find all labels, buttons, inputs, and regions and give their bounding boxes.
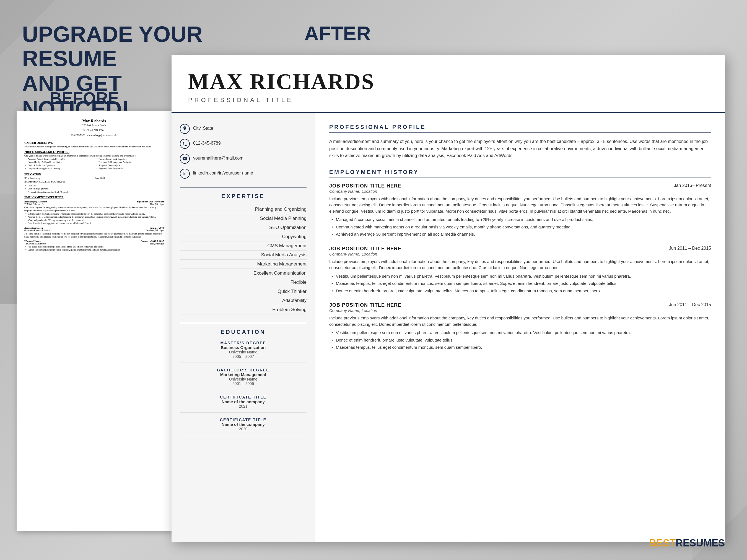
contact-linkedin-text: linkedin.com/in/youruser name xyxy=(193,169,253,176)
edu-years-4: 2020 xyxy=(180,427,307,431)
resume-header: MAX RICHARDS PROFESSIONAL TITLE xyxy=(172,55,725,113)
job-entry-3: JOB POSITION TITLE HERE Jun 2011 – Dec 2… xyxy=(329,302,711,351)
contact-location-text: City, State xyxy=(193,124,213,131)
job3-bullet-2: Donec et enim hendrerit, ornare justo vu… xyxy=(329,337,711,344)
expertise-item-12: Problem Solving xyxy=(180,305,307,314)
job3-bullet-1: Vestibulum pellentesque sem non mi variu… xyxy=(329,330,711,336)
job2-title: JOB POSITION TITLE HERE xyxy=(329,246,402,252)
job1-company: Company Name, Location xyxy=(329,189,711,193)
job1-dates: Jan 2016– Present xyxy=(674,183,711,188)
edu-degree-1: MASTER'S DEGREE xyxy=(180,341,307,345)
before-job1-dates: September 2008 to Present xyxy=(137,200,164,203)
after-label: AFTER xyxy=(304,22,371,45)
before-job2-company: Graystone Financial Services xyxy=(24,229,51,232)
before-job3-location: Flint, Michigan xyxy=(48,242,164,245)
before-address1: 226 Park Avenue South xyxy=(24,124,164,127)
edu-entry-1: MASTER'S DEGREE Business Organization Un… xyxy=(180,341,307,363)
before-skills-col1: Accounts Payable & Accounts Receivable G… xyxy=(24,158,93,170)
job2-bullet-3: Donec et enim hendrerit, ornare justo vu… xyxy=(329,288,711,294)
before-edu-row: BS – Accounting RASMUSSEN COLLEGE- St. C… xyxy=(24,177,164,184)
job-entry-1: JOB POSITION TITLE HERE Jan 2016– Presen… xyxy=(329,183,711,238)
resume-body: City, State 012-345-6789 youremailhere@m… xyxy=(172,113,725,542)
expertise-section-title: EXPERTISE xyxy=(180,187,307,199)
job2-bullet-2: Maecenas tempus, tellus eget condimentum… xyxy=(329,281,711,287)
before-job1-bullet3: Wrote and produced a 200-page accounting… xyxy=(24,219,164,222)
job-entry-2: JOB POSITION TITLE HERE Jun 2011 – Dec 2… xyxy=(329,246,711,294)
employment-section-title: EMPLOYMENT HISTORY xyxy=(329,169,711,178)
edu-field-4: Name of the company xyxy=(180,422,307,427)
before-job1-header: Bookkeeping Assistant September 2008 to … xyxy=(24,200,164,203)
edu-degree-4: CERTIFICATE TITLE xyxy=(180,418,307,422)
before-skills-text: One year of related work experience plus… xyxy=(24,154,164,157)
job3-header: JOB POSITION TITLE HERE Jun 2011 – Dec 2… xyxy=(329,302,711,308)
edu-entry-2: BACHELOR'S DEGREE Marketing Management U… xyxy=(180,368,307,390)
profile-text: A mini-advertisement and summary of you,… xyxy=(329,138,711,159)
expertise-item-1: Planning and Organizing xyxy=(180,205,307,214)
expertise-list: Planning and Organizing Social Media Pla… xyxy=(180,205,307,314)
before-edu-school: RASMUSSEN COLLEGE- St. Cloud, MN xyxy=(24,180,93,183)
contact-location: City, State xyxy=(180,124,307,134)
job1-bullet-1: Managed 5 company social media channels … xyxy=(329,216,711,223)
before-skill-4: Corporate Banking & Asset Leasing xyxy=(24,167,93,170)
expertise-item-2: Social Media Planning xyxy=(180,214,307,223)
contact-phone-text: 012-345-6789 xyxy=(193,139,221,146)
before-employment-title: EMPLOYMENT EXPERIENCE xyxy=(24,196,164,199)
expertise-item-3: SEO Optimization xyxy=(180,223,307,232)
before-edu-club: President, Student Accounting Club (2 ye… xyxy=(24,191,164,193)
before-edu-right: June 2009 xyxy=(95,177,164,184)
before-skills-col2: Financial Analysis & Reporting Economic … xyxy=(95,158,164,170)
resume-sidebar: City, State 012-345-6789 youremailhere@m… xyxy=(172,113,315,542)
before-job2-dates: Summer 2008 xyxy=(150,226,164,229)
profile-section-title: PROFESSIONAL PROFILE xyxy=(329,124,711,133)
edu-entry-4: CERTIFICATE TITLE Name of the company 20… xyxy=(180,418,307,435)
before-job2-header: Accounting Intern Summer 2008 xyxy=(24,226,164,229)
before-edu-gpa: GPA 3.89 xyxy=(24,184,164,187)
contact-phone: 012-345-6789 xyxy=(180,139,307,149)
before-name: Max Richards xyxy=(24,119,164,123)
before-job1-desc: One of the region's fastest growing tele… xyxy=(24,206,164,212)
edu-degree-3: CERTIFICATE TITLE xyxy=(180,395,307,399)
before-job2-location: Dearborn, Michigan xyxy=(53,229,164,232)
before-education-title: EDUCATION xyxy=(24,173,164,176)
before-job3-bullet1: Fast-paced customer service position in … xyxy=(24,246,164,248)
edu-school-2: University Name xyxy=(180,377,307,381)
edu-entry-3: CERTIFICATE TITLE Name of the company 20… xyxy=(180,395,307,412)
edu-years-1: 2005 – 2007 xyxy=(180,354,307,359)
brand-logo: BESTRESUMES xyxy=(649,537,725,549)
before-edu-left: BS – Accounting RASMUSSEN COLLEGE- St. C… xyxy=(24,177,93,184)
edu-school-1: University Name xyxy=(180,350,307,354)
before-skill-2: General Ledger & Cash Reconciliation xyxy=(24,161,93,164)
email-icon xyxy=(180,154,190,164)
job2-description: Include previous employers with addition… xyxy=(329,259,711,271)
job3-description: Include previous employers with addition… xyxy=(329,315,711,327)
job3-bullet-3: Maecenas tempus, tellus eget condimentum… xyxy=(329,344,711,351)
edu-field-3: Name of the company xyxy=(180,399,307,404)
expertise-item-10: Quick Thinker xyxy=(180,287,307,296)
job2-company: Company Name, Location xyxy=(329,252,711,256)
before-job3-dates: Summers 2006 & 2007 xyxy=(141,240,164,242)
before-job3-header: Waitress/Hostess Summers 2006 & 2007 xyxy=(24,240,164,242)
before-career-text: Professional position in corporate Accou… xyxy=(24,145,164,148)
education-list: MASTER'S DEGREE Business Organization Un… xyxy=(180,341,307,435)
before-job1-bullet4: Coordinated software upgrades and enhanc… xyxy=(24,222,164,225)
edu-years-2: 2001 – 2005 xyxy=(180,381,307,386)
expertise-item-4: Copywriting xyxy=(180,232,307,241)
before-edu-date: June 2009 xyxy=(95,177,164,180)
contact-linkedin: in linkedin.com/in/youruser name xyxy=(180,169,307,179)
before-skill-7: Budget & Cost Analysis xyxy=(95,164,164,167)
edu-field-2: Marketing Management xyxy=(180,372,307,377)
location-icon xyxy=(180,124,190,134)
before-resume: Max Richards 226 Park Avenue South St. C… xyxy=(17,111,172,531)
expertise-item-5: CMS Management xyxy=(180,241,307,250)
before-skill-5: Financial Analysis & Reporting xyxy=(95,158,164,161)
before-job2-title: Accounting Intern xyxy=(24,226,43,229)
phone-icon xyxy=(180,139,190,149)
resume-name: MAX RICHARDS xyxy=(188,69,708,94)
contact-email-text: youremailhere@mail.com xyxy=(193,154,243,161)
before-skills-title: PROFESSIONAL SKILLS PROFILE xyxy=(24,151,164,154)
before-job1-company: TCI Tech Solutions Inc. xyxy=(24,203,45,206)
job2-header: JOB POSITION TITLE HERE Jun 2011 – Dec 2… xyxy=(329,246,711,252)
brand-resumes: RESUMES xyxy=(676,537,725,549)
edu-degree-2: BACHELOR'S DEGREE xyxy=(180,368,307,372)
before-job2-desc: Full-time summer internship position; wo… xyxy=(24,232,164,238)
